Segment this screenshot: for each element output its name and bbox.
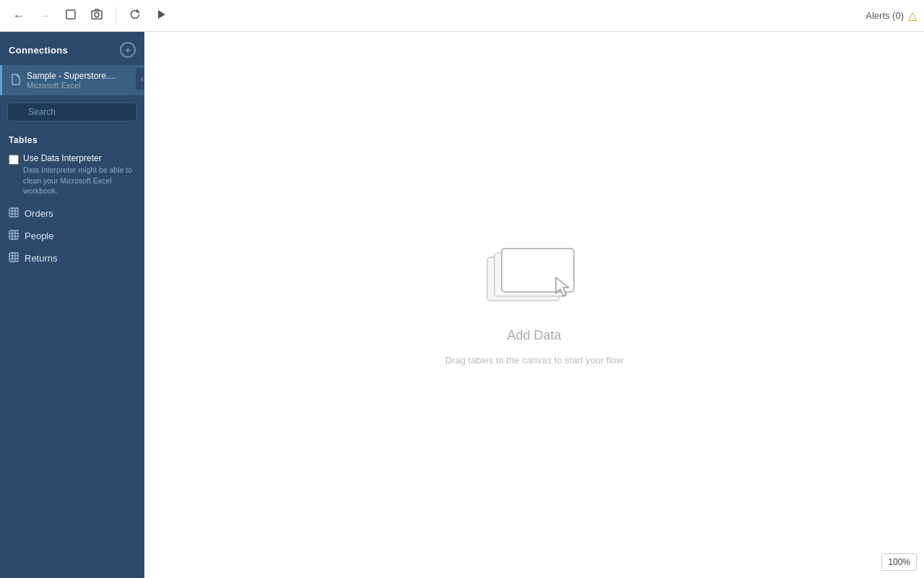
- tables-section: Tables: [0, 129, 144, 149]
- search-input[interactable]: [7, 103, 137, 121]
- zoom-indicator: 100%: [881, 553, 917, 571]
- toolbar-left: ← →: [7, 4, 866, 27]
- frame-icon: [65, 9, 77, 23]
- tables-label: Tables: [9, 135, 38, 145]
- main-body: Connections + Sample - Superstore.... Mi…: [0, 32, 924, 578]
- table-grid-icon-people: [9, 230, 19, 242]
- table-item-people[interactable]: People: [0, 225, 144, 247]
- connection-item-text: Sample - Superstore.... Microsoft Excel: [27, 71, 136, 90]
- add-data-title: Add Data: [507, 328, 561, 343]
- connections-title: Connections: [9, 45, 68, 56]
- svg-point-2: [95, 12, 99, 17]
- interpreter-checkbox[interactable]: [9, 155, 19, 165]
- frame-button[interactable]: [59, 4, 82, 27]
- snapshot-icon: [91, 9, 103, 23]
- svg-rect-11: [9, 230, 18, 239]
- interpreter-text-block: Use Data Interpreter Data Interpreter mi…: [23, 153, 136, 197]
- connection-item-sub: Microsoft Excel: [27, 81, 136, 90]
- add-data-subtitle: Drag tables to the canvas to start your …: [445, 355, 623, 366]
- toolbar-right: Alerts (0) △: [866, 9, 917, 22]
- play-icon: [156, 9, 166, 22]
- file-icon: [11, 74, 21, 87]
- alerts-label: Alerts (0): [866, 10, 904, 21]
- svg-rect-1: [92, 11, 102, 19]
- interpreter-description: Data Interpreter might be able to clean …: [23, 165, 136, 197]
- chevron-left-icon: ‹: [141, 74, 144, 84]
- back-button[interactable]: ←: [7, 4, 30, 27]
- connection-item[interactable]: Sample - Superstore.... Microsoft Excel: [0, 65, 144, 95]
- table-name-people: People: [25, 230, 53, 241]
- sidebar: Connections + Sample - Superstore.... Mi…: [0, 32, 144, 578]
- table-grid-icon-returns: [9, 252, 19, 264]
- add-data-illustration: [476, 244, 592, 316]
- interpreter-label: Use Data Interpreter: [23, 153, 136, 163]
- back-icon: ←: [13, 9, 25, 22]
- table-name-orders: Orders: [25, 208, 53, 219]
- svg-rect-6: [9, 208, 18, 217]
- table-name-returns: Returns: [25, 253, 58, 264]
- interpreter-row: Use Data Interpreter Data Interpreter mi…: [9, 153, 136, 197]
- table-item-returns[interactable]: Returns: [0, 247, 144, 269]
- svg-rect-0: [66, 10, 75, 19]
- sidebar-collapse-button[interactable]: ‹: [136, 68, 144, 90]
- forward-icon: →: [39, 9, 51, 22]
- toolbar-divider-1: [116, 7, 116, 25]
- refresh-button[interactable]: [123, 4, 147, 27]
- connection-item-name: Sample - Superstore....: [27, 71, 136, 81]
- alert-icon: △: [908, 9, 917, 22]
- connections-header: Connections +: [0, 32, 144, 65]
- table-grid-icon-orders: [9, 207, 19, 220]
- svg-marker-3: [158, 10, 165, 19]
- canvas-area[interactable]: Add Data Drag tables to the canvas to st…: [144, 32, 924, 578]
- search-box-wrap: [0, 95, 144, 129]
- zoom-level: 100%: [888, 557, 910, 567]
- table-item-orders[interactable]: Orders: [0, 202, 144, 225]
- toolbar: ← →: [0, 0, 924, 32]
- interpreter-section: Use Data Interpreter Data Interpreter mi…: [0, 149, 144, 202]
- add-icon: +: [125, 45, 131, 55]
- canvas-content: Add Data Drag tables to the canvas to st…: [445, 244, 623, 366]
- play-button[interactable]: [149, 4, 173, 27]
- svg-rect-16: [9, 253, 18, 262]
- refresh-icon: [129, 9, 141, 23]
- search-wrap-inner: [7, 103, 137, 121]
- add-connection-button[interactable]: +: [120, 42, 136, 58]
- forward-button[interactable]: →: [33, 4, 56, 27]
- snapshot-button[interactable]: [85, 4, 108, 27]
